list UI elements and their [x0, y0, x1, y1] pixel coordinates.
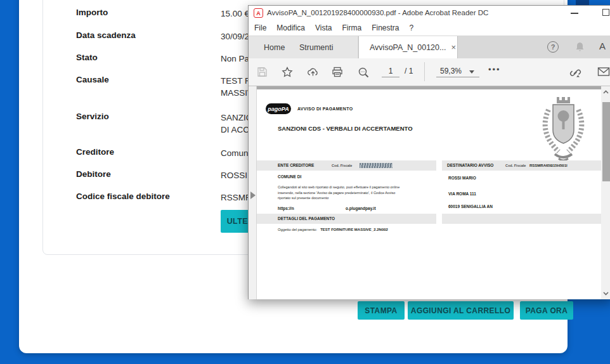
field-label-data-scadenza: Data scadenza: [76, 30, 209, 40]
chevron-down-icon: [469, 70, 474, 74]
tab-bar: Home Strumenti AvvisoPA_N_00120... × ? A: [249, 36, 610, 58]
cloud-upload-icon[interactable]: [307, 67, 319, 77]
scroll-down-icon[interactable]: [603, 290, 609, 296]
tab-home[interactable]: Home: [264, 36, 285, 58]
dettagli-pagamento-band-right: [442, 214, 601, 224]
menu-file[interactable]: File: [254, 23, 266, 32]
aggiungi-al-carrello-button[interactable]: AGGIUNGI AL CARRELLO: [408, 301, 514, 320]
field-label-servizio: Servizio: [76, 112, 209, 121]
zoom-level-dropdown[interactable]: 59,3%: [436, 65, 479, 77]
zoom-level-value: 59,3%: [440, 67, 462, 75]
ente-cf-label: Cod. Fiscale: [332, 164, 352, 167]
pagopa-logo: pagoPA: [266, 103, 291, 114]
field-label-creditore: Creditore: [76, 147, 209, 157]
acrobat-window: A AvvisoPA_N_001201928400000930.pdf - Ad…: [248, 5, 610, 299]
minimize-button[interactable]: [571, 13, 578, 14]
menu-help[interactable]: ?: [410, 23, 414, 32]
payment-instructions: Collegandoti al sito web riportato di se…: [278, 185, 441, 201]
destinatario-label: DESTINATARIO AVVISO: [447, 163, 493, 167]
field-label-codice-fiscale: Codice fiscale debitore: [76, 192, 209, 201]
document-area: pagoPA AVVISO DI PAGAMENTO SANZIONI CDS …: [249, 86, 610, 299]
field-label-debitore: Debitore: [76, 169, 209, 179]
star-icon[interactable]: [282, 67, 293, 77]
toolbar-divider: [424, 62, 425, 81]
user-initial[interactable]: A: [599, 41, 606, 51]
help-icon[interactable]: ?: [547, 41, 559, 53]
toolbar: 1 / 1 59,3% •••: [249, 58, 610, 86]
oggetto-label: Oggetto del pagamento:: [278, 228, 317, 231]
vertical-scrollbar[interactable]: [601, 86, 610, 299]
oggetto-pagamento-row: Oggetto del pagamento:TEST FORNITURE MAS…: [278, 228, 388, 231]
title-bar[interactable]: A AvvisoPA_N_001201928400000930.pdf - Ad…: [249, 6, 610, 20]
ente-creditore-label: ENTE CREDITORE: [278, 163, 314, 167]
screen: Identificativo 201928400000930 Importo 1…: [0, 0, 610, 364]
redacted-fiscal-code: [360, 163, 393, 168]
stampa-button[interactable]: STAMPA: [358, 301, 405, 320]
more-tools-icon[interactable]: •••: [488, 65, 501, 74]
destinatario-address1: VIA ROMA 111: [448, 192, 476, 196]
field-label-causale: Causale: [76, 75, 209, 84]
pdf-document-title: SANZIONI CDS - VERBALI DI ACCERTAMENTO: [278, 125, 413, 132]
maximize-button[interactable]: [602, 9, 609, 16]
scroll-up-icon[interactable]: [603, 89, 609, 95]
tab-strumenti[interactable]: Strumenti: [299, 36, 334, 58]
oggetto-value: TEST FORNITURE MASSIVE_2.2N002: [320, 228, 388, 231]
menu-vista[interactable]: Vista: [315, 23, 332, 32]
pdf-file-icon: A: [254, 8, 263, 18]
print-icon[interactable]: [332, 67, 343, 77]
navigation-pane-strip[interactable]: [249, 86, 257, 299]
tab-document-label: AvvisoPA_N_00120...: [370, 43, 446, 52]
field-label-importo: Importo: [76, 8, 209, 17]
scrollbar-thumb[interactable]: [602, 102, 610, 181]
share-link-icon[interactable]: [569, 67, 581, 79]
tab-close-icon[interactable]: ×: [451, 42, 456, 52]
destinatario-cf-value: RSSMRA65B15H501I: [529, 164, 568, 167]
pdf-page: pagoPA AVVISO DI PAGAMENTO SANZIONI CDS …: [257, 89, 601, 299]
field-label-stato: Stato: [76, 53, 209, 62]
menu-firma[interactable]: Firma: [342, 23, 362, 32]
menu-modifica[interactable]: Modifica: [276, 23, 305, 32]
dettagli-pagamento-label: DETTAGLI DEL PAGAMENTO: [278, 216, 335, 221]
tab-document[interactable]: AvvisoPA_N_00120... ×: [358, 36, 458, 58]
paga-ora-button[interactable]: PAGA ORA: [520, 301, 573, 320]
destinatario-address2: 60019 SENIGALLIA AN: [448, 204, 493, 209]
page-number-input[interactable]: 1: [382, 65, 399, 77]
comune-name: COMUNE DI: [278, 174, 301, 179]
menu-finestra[interactable]: Finestra: [372, 23, 399, 32]
menu-bar: File Modifica Vista Firma Finestra ?: [249, 20, 610, 36]
page-total-label: / 1: [405, 67, 413, 75]
window-title: AvvisoPA_N_001201928400000930.pdf - Adob…: [267, 9, 488, 16]
payment-url-suffix: o.plugandpay.it: [346, 206, 376, 211]
destinatario-cf-label: Cod. Fiscale: [505, 164, 526, 167]
email-icon[interactable]: [597, 67, 610, 77]
payment-url-prefix: https://n: [278, 206, 294, 211]
notifications-bell-icon[interactable]: [574, 41, 585, 53]
expand-pane-arrow-icon[interactable]: [250, 192, 256, 199]
save-icon[interactable]: [257, 67, 268, 77]
search-zoom-icon[interactable]: [358, 67, 370, 79]
avviso-header-label: AVVISO DI PAGAMENTO: [297, 107, 353, 111]
destinatario-name: ROSSI MARIO: [448, 176, 476, 180]
